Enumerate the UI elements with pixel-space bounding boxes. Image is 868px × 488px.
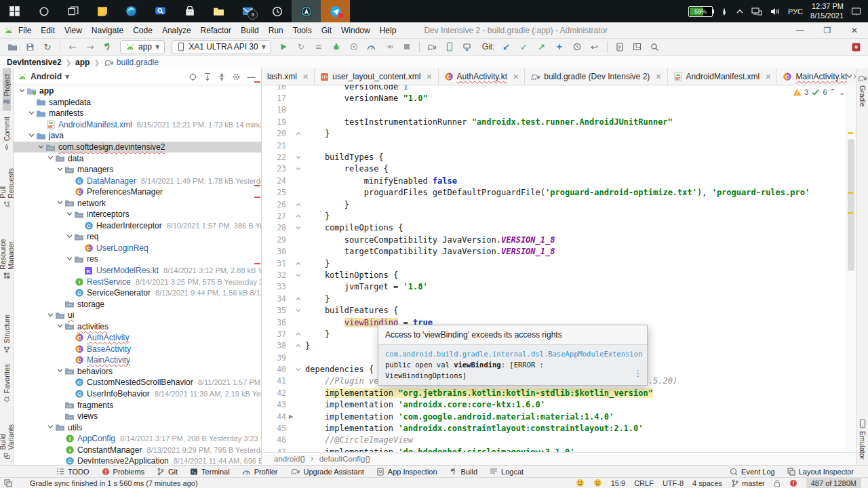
tab-user-layout-content-xml[interactable]: user_layout_content.xml✕	[315, 68, 438, 85]
git-push-button[interactable]: ↗	[534, 40, 550, 54]
line-separator[interactable]: CRLF	[634, 479, 654, 487]
apply-changes-button[interactable]: ↻	[293, 40, 309, 54]
chevron-down-icon[interactable]	[65, 232, 74, 241]
chevron-down-icon[interactable]	[46, 423, 55, 432]
recording-indicator[interactable]	[848, 40, 864, 54]
settings-button[interactable]	[232, 73, 241, 81]
tree-item-constantmanager[interactable]: IConstantManager8/13/2021 9:29 PM, 795 B…	[14, 445, 261, 456]
tree-item-baseactivity[interactable]: CBaseActivity	[14, 344, 261, 355]
menu-window[interactable]: Window	[336, 26, 375, 35]
forward-button[interactable]: →	[82, 40, 98, 54]
fold-marker-icon[interactable]	[292, 296, 305, 302]
close-tab-icon[interactable]: ✕	[765, 73, 771, 81]
tool-window-todo[interactable]: TODO	[50, 466, 96, 477]
clock[interactable]: 12:37 PM8/15/2021	[810, 2, 844, 21]
menu-file[interactable]: File	[14, 26, 36, 35]
editor-scrollbar[interactable]	[846, 85, 856, 453]
run-with-coverage-button[interactable]	[346, 40, 362, 54]
taskbar-app-task-view[interactable]	[58, 0, 87, 22]
tree-item-servicegenerator[interactable]: CServiceGenerator8/13/2021 9:44 PM, 1.56…	[14, 287, 261, 299]
attach-debugger-button[interactable]	[381, 40, 397, 54]
editor-breadcrumb-item[interactable]: android{}	[274, 455, 305, 463]
tree-item-authactivity[interactable]: CAuthActivity	[14, 332, 261, 344]
breadcrumb-app[interactable]: app	[75, 58, 90, 67]
fold-marker-icon[interactable]	[292, 331, 305, 338]
locate-file-button[interactable]	[189, 73, 197, 81]
editor-breadcrumb-item[interactable]: defaultConfig{}	[319, 455, 370, 463]
chevron-down-icon[interactable]	[46, 154, 55, 163]
menu-analyze[interactable]: Analyze	[157, 26, 196, 35]
indent-style[interactable]: 4 spaces	[692, 479, 722, 487]
close-tab-icon[interactable]: ✕	[513, 73, 519, 81]
tool-button-resource-manager[interactable]: Resource Manager	[0, 213, 15, 285]
fold-marker-icon[interactable]	[292, 307, 305, 314]
chevron-down-icon[interactable]	[56, 165, 64, 174]
tool-button-emulator[interactable]: Emulator	[859, 413, 867, 465]
fold-marker-icon[interactable]	[292, 130, 305, 137]
tree-item-activities[interactable]: activities	[14, 321, 261, 332]
status-message[interactable]: Gradle sync finished in 1 s 560 ms (7 mi…	[30, 479, 198, 487]
tool-window-profiler[interactable]: Profiler	[236, 466, 284, 477]
chevron-down-icon[interactable]	[56, 367, 64, 375]
taskbar-app-start[interactable]	[0, 0, 29, 22]
network-icon[interactable]	[751, 7, 762, 16]
taskbar-app-mail[interactable]: 3	[233, 0, 262, 22]
save-all-button[interactable]	[22, 40, 38, 54]
tool-button-project[interactable]: Project	[3, 68, 11, 111]
close-tab-icon[interactable]: ✕	[302, 73, 309, 81]
apply-code-changes-button[interactable]: ≡	[311, 40, 327, 54]
tool-button-pull-requests[interactable]: Pull Requests	[0, 156, 15, 213]
rollback-button[interactable]: ↩	[587, 40, 603, 54]
mood-sad[interactable]	[593, 479, 602, 487]
tool-button-favorites[interactable]: Favorites	[3, 359, 11, 408]
taskbar-app-telegram[interactable]	[321, 0, 350, 22]
hide-panel-button[interactable]: —	[247, 73, 256, 81]
caret-position[interactable]: 15:9	[611, 479, 625, 487]
chevron-down-icon[interactable]	[56, 322, 64, 331]
chevron-down-icon[interactable]	[56, 199, 64, 207]
tool-window-toggle-icon[interactable]	[4, 479, 12, 487]
pen-icon[interactable]	[720, 7, 728, 16]
git-cherry-pick-button[interactable]	[551, 40, 568, 54]
battery-indicator[interactable]: 59%	[688, 6, 713, 17]
tree-item-userloginreq[interactable]: CUserLoginReq	[14, 243, 261, 254]
taskbar-app-store[interactable]	[175, 0, 204, 22]
tree-item-views[interactable]: views	[14, 411, 261, 422]
doc-class-link[interactable]: com.android.build.gradle.internal.dsl.Ba…	[385, 349, 629, 360]
tab-mainactivity-kt[interactable]: CMainActivity.kt✕	[777, 68, 856, 85]
tab-androidmanifest-xml[interactable]: MFAndroidManifest.xml✕	[668, 68, 778, 85]
tool-window-event-log[interactable]: Event Log	[724, 468, 781, 476]
tree-item-com-softdesign-devintensive2[interactable]: com.softdesign.devintensive2	[14, 142, 261, 153]
menu-git[interactable]: Git	[317, 26, 336, 35]
taskbar-app-edge[interactable]	[117, 0, 146, 22]
taskbar-app-search-app[interactable]	[146, 0, 175, 22]
tree-item-interceptors[interactable]: interceptors	[14, 209, 261, 220]
tree-item-managers[interactable]: managers	[14, 164, 261, 176]
project-view-selector[interactable]: Android	[31, 72, 62, 81]
sync-gradle-button[interactable]	[424, 40, 440, 54]
more-tabs-icon[interactable]	[846, 73, 853, 80]
git-commit-button[interactable]: ✓	[516, 40, 532, 54]
fold-marker-icon[interactable]	[292, 260, 305, 267]
tool-window-problems[interactable]: Problems	[96, 466, 151, 477]
debug-button[interactable]	[328, 40, 344, 54]
tool-button-build-variants[interactable]: Build Variants	[0, 408, 15, 465]
next-issue-icon[interactable]: ⌃	[839, 87, 845, 96]
layout-validation-button[interactable]	[629, 40, 646, 54]
tree-item-customnestedscrollbehavior[interactable]: CCustomNestedScrollBehavior8/11/2021 1:5…	[14, 377, 261, 388]
close-tab-icon[interactable]: ✕	[426, 73, 432, 81]
device-file-explorer-button[interactable]	[612, 40, 628, 54]
menu-view[interactable]: View	[60, 26, 87, 35]
menu-code[interactable]: Code	[128, 26, 157, 35]
tool-window-git[interactable]: Git	[151, 466, 184, 477]
tree-item-utils[interactable]: utils	[14, 422, 261, 433]
prev-issue-icon[interactable]: ⌃	[830, 87, 836, 96]
tool-button-gradle[interactable]: Gradle	[857, 68, 867, 113]
tool-window-terminal[interactable]: Terminal	[184, 466, 236, 477]
tree-item-sampledata[interactable]: sampledata	[14, 97, 261, 108]
fold-marker-icon[interactable]	[292, 154, 305, 161]
tree-item-userinfobehavior[interactable]: CUserInfoBehavior8/14/2021 11:39 AM, 2.1…	[14, 388, 261, 400]
fold-marker-icon[interactable]	[292, 213, 305, 220]
file-encoding[interactable]: UTF-8	[663, 479, 684, 487]
tree-item-mainactivity[interactable]: CMainActivity	[14, 354, 261, 366]
